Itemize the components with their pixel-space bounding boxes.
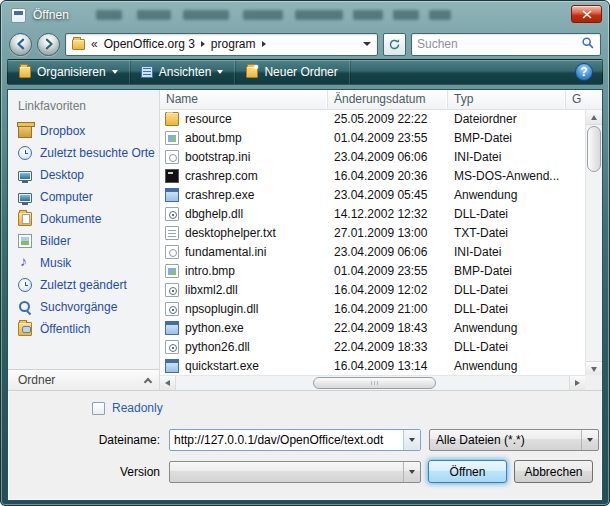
new-folder-label: Neuer Ordner — [264, 65, 337, 79]
music-icon — [18, 256, 32, 270]
sidebar-item-desktop[interactable]: Desktop — [8, 164, 159, 186]
vertical-scrollbar[interactable] — [585, 110, 602, 376]
app-file-icon — [165, 188, 179, 202]
sidebar-item-label: Musik — [40, 256, 71, 270]
file-date: 23.04.2009 05:45 — [328, 188, 448, 202]
sidebar-item-dropbox[interactable]: Dropbox — [8, 120, 159, 142]
help-button[interactable]: ? — [575, 63, 593, 81]
sidebar-item-pictures[interactable]: Bilder — [8, 230, 159, 252]
file-list: Name Änderungsdatum Typ G resource25.05.… — [160, 90, 602, 390]
version-row: Version Öffnen Abbrechen — [8, 460, 602, 483]
refresh-icon — [388, 38, 401, 51]
back-button[interactable] — [9, 33, 32, 56]
scroll-right-button[interactable] — [569, 376, 585, 390]
refresh-button[interactable] — [383, 33, 406, 56]
cancel-button[interactable]: Abbrechen — [514, 460, 593, 483]
sidebar-item-label: Desktop — [40, 168, 84, 182]
table-row[interactable]: bootstrap.ini23.04.2009 06:06INI-Datei — [160, 148, 585, 167]
table-row[interactable]: npsoplugin.dll16.04.2009 21:00DLL-Datei — [160, 300, 585, 319]
folders-expander[interactable]: Ordner — [8, 369, 159, 390]
bmp-file-icon — [165, 264, 179, 278]
organize-button[interactable]: Organisieren — [8, 60, 130, 84]
chevron-right-icon[interactable] — [262, 41, 266, 47]
sidebar-item-computer[interactable]: Computer — [8, 186, 159, 208]
sidebar-item-label: Bilder — [40, 234, 71, 248]
table-row[interactable]: quickstart.exe16.04.2009 13:14Anwendung — [160, 357, 585, 375]
forward-button[interactable] — [37, 33, 60, 56]
open-button[interactable]: Öffnen — [428, 460, 507, 483]
filetype-dropdown-button[interactable] — [581, 430, 598, 450]
breadcrumb-dropdown-icon[interactable] — [363, 42, 371, 46]
readonly-label[interactable]: Readonly — [112, 401, 163, 415]
documents-icon — [18, 212, 32, 226]
filename-dropdown-button[interactable] — [403, 430, 420, 450]
column-header-name[interactable]: Name — [160, 90, 328, 109]
breadcrumb-item[interactable]: OpenOffice.org 3 — [104, 37, 195, 51]
search-icon[interactable] — [581, 36, 595, 53]
filename-input[interactable] — [170, 433, 403, 447]
file-type: BMP-Datei — [448, 131, 566, 145]
filename-combo[interactable] — [169, 429, 421, 451]
file-date: 22.04.2009 18:33 — [328, 340, 448, 354]
table-row[interactable]: crashrep.exe23.04.2009 05:45Anwendung — [160, 186, 585, 205]
horizontal-scroll-thumb[interactable] — [313, 377, 436, 389]
file-date: 14.12.2002 12:32 — [328, 207, 448, 221]
clock-icon — [18, 278, 32, 292]
breadcrumb[interactable]: « OpenOffice.org 3 program — [65, 33, 378, 56]
table-row[interactable]: crashrep.com16.04.2009 20:36MS-DOS-Anwen… — [160, 167, 585, 186]
glass-bleed — [353, 10, 383, 20]
file-type: DLL-Datei — [448, 302, 566, 316]
column-header-type[interactable]: Typ — [448, 90, 566, 109]
sidebar-item-documents[interactable]: Dokumente — [8, 208, 159, 230]
breadcrumb-overflow[interactable]: « — [91, 37, 98, 51]
titlebar[interactable]: Öffnen — [1, 1, 609, 29]
scroll-up-button[interactable] — [586, 110, 602, 125]
file-date: 23.04.2009 06:06 — [328, 150, 448, 164]
column-header-date[interactable]: Änderungsdatum — [328, 90, 448, 109]
sidebar-item-recent-places[interactable]: Zuletzt besuchte Orte — [8, 142, 159, 164]
version-select[interactable] — [169, 461, 421, 483]
views-button[interactable]: Ansichten — [130, 60, 236, 84]
triangle-right-icon — [575, 380, 580, 386]
glass-bleed — [295, 10, 343, 20]
table-row[interactable]: libxml2.dll16.04.2009 12:02DLL-Datei — [160, 281, 585, 300]
version-dropdown-button[interactable] — [403, 462, 420, 482]
window-icon[interactable] — [11, 8, 26, 23]
new-folder-button[interactable]: Neuer Ordner — [235, 60, 349, 84]
breadcrumb-item[interactable]: program — [211, 37, 256, 51]
table-row[interactable]: resource25.05.2009 22:22Dateiordner — [160, 110, 585, 129]
file-name: dbghelp.dll — [185, 207, 243, 221]
file-name: intro.bmp — [185, 264, 235, 278]
search-box[interactable] — [411, 33, 601, 56]
chevron-down-icon — [587, 438, 593, 442]
close-button[interactable] — [571, 5, 602, 23]
vertical-scroll-thumb[interactable] — [587, 126, 601, 172]
table-row[interactable]: dbghelp.dll14.12.2002 12:32DLL-Datei — [160, 205, 585, 224]
sidebar-item-public[interactable]: Öffentlich — [8, 318, 159, 340]
file-date: 01.04.2009 23:55 — [328, 131, 448, 145]
table-row[interactable]: python26.dll22.04.2009 18:33DLL-Datei — [160, 338, 585, 357]
filetype-select[interactable]: Alle Dateien (*.*) — [429, 429, 599, 451]
triangle-down-icon — [591, 367, 597, 372]
table-row[interactable]: fundamental.ini23.04.2009 06:06INI-Datei — [160, 243, 585, 262]
table-row[interactable]: intro.bmp01.04.2009 23:55BMP-Datei — [160, 262, 585, 281]
sidebar-item-label: Suchvorgänge — [40, 300, 117, 314]
chevron-right-icon[interactable] — [201, 41, 205, 47]
table-row[interactable]: python.exe22.04.2009 18:43Anwendung — [160, 319, 585, 338]
sidebar-item-music[interactable]: Musik — [8, 252, 159, 274]
scroll-left-button[interactable] — [160, 376, 176, 390]
column-header-size[interactable]: G — [566, 90, 602, 109]
scroll-down-button[interactable] — [586, 361, 602, 376]
sidebar-item-recently-changed[interactable]: Zuletzt geändert — [8, 274, 159, 296]
file-type: DLL-Datei — [448, 283, 566, 297]
table-row[interactable]: desktophelper.txt27.01.2009 13:00TXT-Dat… — [160, 224, 585, 243]
file-type: Anwendung — [448, 359, 566, 373]
file-date: 16.04.2009 12:02 — [328, 283, 448, 297]
file-type: Anwendung — [448, 321, 566, 335]
readonly-checkbox[interactable] — [92, 402, 105, 415]
search-input[interactable] — [417, 37, 581, 51]
table-row[interactable]: about.bmp01.04.2009 23:55BMP-Datei — [160, 129, 585, 148]
dll-file-icon — [165, 302, 179, 316]
sidebar-item-searches[interactable]: Suchvorgänge — [8, 296, 159, 318]
horizontal-scrollbar[interactable] — [160, 375, 585, 390]
